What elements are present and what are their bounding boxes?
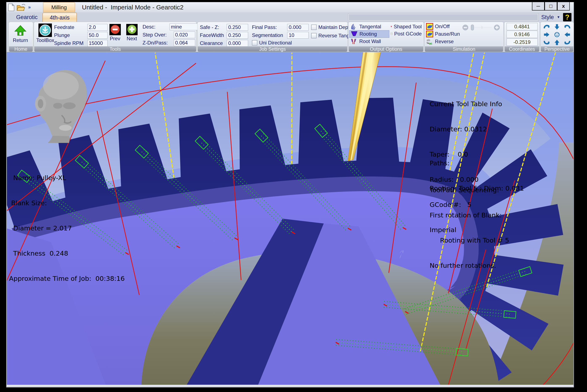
style-label[interactable]: Style: [541, 14, 554, 20]
slider-track[interactable]: [470, 24, 492, 31]
uni-directional-label: Uni Directional: [259, 40, 292, 46]
stepover-label: Step Over:: [143, 32, 172, 38]
title-bar: » Milling Untitled - Imperial Mode - Gea…: [6, 2, 573, 12]
app-window: » Milling Untitled - Imperial Mode - Gea…: [6, 2, 574, 388]
window-title: Untitled - Imperial Mode - Gearotic2: [82, 4, 184, 11]
desc-input[interactable]: [170, 24, 198, 30]
rotate-cw-up-icon[interactable]: [542, 38, 552, 46]
reset-view-icon[interactable]: [552, 31, 562, 38]
sim-pauserun-button[interactable]: Pause/Run: [426, 31, 460, 37]
rooting-option[interactable]: Rooting: [349, 30, 389, 38]
segmentation-label: Segmentation: [252, 32, 285, 38]
safe-z-label: Safe - Z:: [200, 24, 225, 30]
sequencing-overlay: ToolPath Sequencing: First rotation of B…: [430, 169, 509, 286]
group-label-perspective: Perspective: [541, 46, 573, 52]
close-button[interactable]: x: [557, 2, 570, 10]
tab-gearotic[interactable]: Gearotic: [12, 13, 42, 22]
spindle-rpm-label: Spindle RPM: [54, 40, 86, 46]
toolbar-overflow-chevron[interactable]: »: [28, 4, 31, 10]
prev-tool-button[interactable]: Prev: [109, 24, 121, 42]
toolbox-icon: [39, 24, 52, 37]
plunge-label: Plunge: [54, 32, 86, 38]
group-perspective: Perspective: [540, 22, 573, 52]
final-pass-input[interactable]: [287, 24, 309, 31]
slider-thumb[interactable]: [471, 25, 474, 30]
tangental-option[interactable]: Tangental: [349, 23, 389, 30]
sim-reverse-icon: ab ac: [426, 38, 433, 45]
perspective-controls: [541, 23, 573, 46]
facewidth-label: FaceWidth: [200, 32, 225, 38]
open-file-icon[interactable]: [16, 3, 26, 11]
rotate-ccw-down-icon[interactable]: [562, 23, 572, 31]
group-tools: ToolBox Feedrate Plunge Spindle RPM: [34, 22, 197, 52]
reverse-tangent-checkbox[interactable]: [311, 33, 317, 38]
return-button[interactable]: Return: [13, 24, 28, 43]
post-gcode-option[interactable]: Post GCode: [389, 30, 423, 37]
uni-directional-checkbox[interactable]: [252, 40, 257, 46]
group-simulation: On/Off Pause/Run ab ac: [425, 22, 503, 52]
tab-4th-axis[interactable]: 4th-axis: [43, 12, 77, 22]
group-label-output-options: Output Options: [349, 46, 423, 52]
spindle-rpm-input[interactable]: [87, 40, 108, 46]
new-file-icon[interactable]: [8, 3, 15, 11]
pan-right-icon[interactable]: [542, 31, 552, 38]
uni-directional-checkbox-row[interactable]: Uni Directional: [252, 40, 309, 46]
group-label-coordinates: Coordinates: [505, 46, 539, 52]
window-bottom-edge: [7, 385, 573, 388]
style-combo-field[interactable]: [348, 14, 538, 21]
coordinate-z-value: -0.2519: [506, 38, 538, 46]
viewport-3d[interactable]: Name: Pulley-XL Blank Size: Diameter = 2…: [7, 52, 573, 385]
svg-text:ac: ac: [429, 42, 432, 45]
help-icon[interactable]: ?: [563, 13, 571, 22]
next-tool-button[interactable]: Next: [126, 24, 138, 42]
group-job-settings: Safe - Z: FaceWidth Clearance Final Pass…: [197, 22, 348, 52]
root-wall-icon: [351, 38, 358, 45]
sim-onoff-icon: [426, 23, 433, 30]
pan-up-icon[interactable]: [552, 38, 562, 46]
clearance-label: Clearance: [200, 40, 225, 46]
sim-onoff-button[interactable]: On/Off: [426, 23, 460, 30]
shaped-tool-icon: [391, 23, 392, 30]
clearance-input[interactable]: [227, 40, 248, 46]
group-label-tools: Tools: [34, 46, 196, 52]
z-dn-pass-input[interactable]: [174, 40, 195, 46]
window-controls: ─ □ x: [532, 2, 570, 10]
facewidth-input[interactable]: [227, 32, 248, 38]
feedrate-label: Feedrate: [54, 24, 86, 30]
style-dropdown-icon[interactable]: ▼: [557, 15, 560, 19]
minimize-button[interactable]: ─: [532, 2, 544, 10]
tab-milling[interactable]: Milling: [43, 2, 75, 12]
post-gcode-icon: [391, 30, 392, 37]
root-wall-option[interactable]: Root Wall: [349, 38, 389, 45]
feedrate-input[interactable]: [87, 24, 108, 31]
maximize-button[interactable]: □: [544, 2, 557, 10]
toolbox-button[interactable]: ToolBox: [36, 24, 54, 43]
sim-pauserun-icon: [426, 31, 433, 37]
pan-left-icon[interactable]: [562, 31, 572, 38]
minus-circle-icon: [109, 24, 121, 35]
blank-info-overlay: Name: Pulley-XL Blank Size: Diameter = 2…: [9, 157, 125, 300]
pan-down-icon[interactable]: [552, 23, 562, 31]
stepover-input[interactable]: [174, 32, 195, 38]
maintain-depth-label: Maintain Depth: [318, 24, 352, 30]
slider-plus-icon[interactable]: [494, 24, 500, 31]
slider-minus-icon[interactable]: [462, 24, 468, 31]
plunge-input[interactable]: [87, 32, 108, 38]
shaped-tool-option[interactable]: Shaped Tool: [389, 23, 423, 30]
desc-label: Desc:: [143, 24, 168, 30]
safe-z-input[interactable]: [227, 24, 248, 31]
final-pass-label: Final Pass:: [252, 24, 285, 30]
ribbon-tab-row: Gearotic 4th-axis Style ▼ ?: [6, 12, 573, 22]
tangental-icon: [351, 23, 358, 30]
rotate-ccw-up-icon[interactable]: [562, 38, 572, 46]
group-label-job-settings: Job Settings: [198, 46, 347, 52]
group-coordinates: 0.4841 0.9146 -0.2519 Coordinates: [504, 22, 539, 52]
group-output-options: Tangental Rooting: [349, 22, 424, 52]
rotate-cw-down-icon[interactable]: [542, 23, 552, 31]
sim-reverse-button[interactable]: ab ac Reverse: [426, 38, 460, 45]
maintain-depth-checkbox[interactable]: [311, 24, 317, 30]
home-icon: [14, 24, 27, 37]
sim-speed-slider[interactable]: [462, 24, 500, 31]
segmentation-input[interactable]: [287, 32, 309, 38]
z-dn-pass-label: Z-Dn/Pass:: [143, 40, 172, 46]
